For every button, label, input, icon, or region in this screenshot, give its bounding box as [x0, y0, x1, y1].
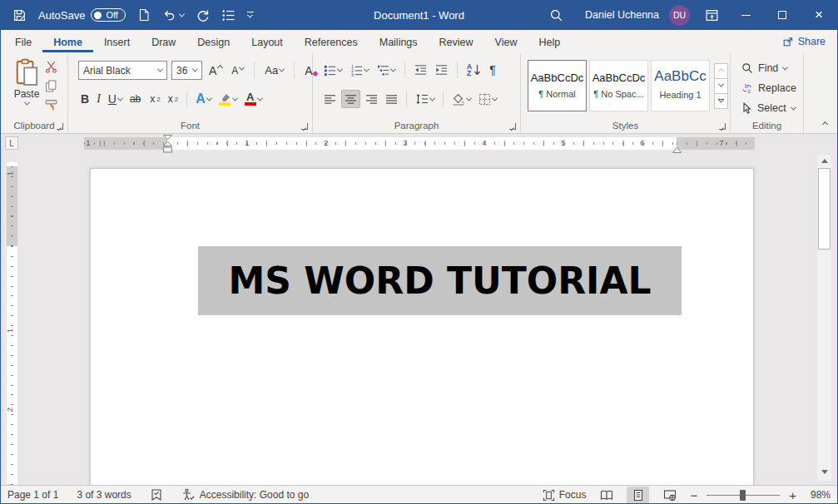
focus-icon	[543, 489, 555, 502]
underline-button[interactable]: U	[106, 90, 125, 108]
proofing-icon[interactable]	[150, 488, 163, 502]
styles-scroll-up-button[interactable]	[714, 63, 728, 79]
tab-design[interactable]: Design	[186, 32, 240, 52]
copy-icon[interactable]	[45, 80, 57, 92]
bullet-list-icon[interactable]	[221, 9, 236, 22]
scroll-up-button[interactable]	[817, 155, 831, 167]
increase-indent-button[interactable]	[433, 61, 450, 79]
highlight-button[interactable]	[216, 90, 240, 108]
web-layout-button[interactable]	[658, 487, 681, 504]
font-dialog-launcher[interactable]	[301, 123, 308, 130]
style-no-spacing[interactable]: AaBbCcDc ¶ No Spac...	[589, 60, 648, 111]
font-name-input[interactable]: Arial Black	[78, 61, 167, 80]
document-text[interactable]: MS WORD TUTORIAL	[229, 259, 652, 302]
autosave-toggle[interactable]: Off	[91, 8, 125, 22]
ruler-number: 7	[719, 138, 723, 147]
bullets-button[interactable]	[321, 61, 345, 79]
customize-quick-access-icon[interactable]	[247, 12, 254, 18]
italic-button[interactable]: I	[94, 90, 103, 108]
subscript-button[interactable]: ​x2	[146, 90, 162, 108]
divider	[457, 62, 458, 78]
sort-button[interactable]: AZ	[464, 61, 483, 79]
vertical-ruler[interactable]: 1 1 2 3	[7, 162, 17, 485]
style-normal[interactable]: AaBbCcDc ¶ Normal	[528, 60, 587, 111]
user-name[interactable]: Daniel Uchenna	[585, 9, 659, 21]
find-button[interactable]: Find	[741, 59, 787, 77]
change-case-button[interactable]: Aa	[262, 62, 286, 80]
paste-button[interactable]: Paste	[7, 58, 46, 116]
minimize-button[interactable]	[727, 0, 764, 30]
close-button[interactable]: ×	[801, 0, 837, 30]
document-page[interactable]: MS WORD TUTORIAL	[90, 168, 754, 485]
decrease-indent-button[interactable]	[412, 61, 429, 79]
scrollbar-thumb[interactable]	[818, 168, 831, 250]
clipboard-dialog-launcher[interactable]	[57, 123, 63, 130]
cut-icon[interactable]	[45, 61, 57, 73]
accessibility-status[interactable]: Accessibility: Good to go	[181, 488, 309, 502]
align-center-button[interactable]	[341, 90, 360, 108]
tab-insert[interactable]: Insert	[93, 32, 141, 52]
horizontal-ruler[interactable]: 1 1 2 3 4 5 6 7	[84, 137, 755, 150]
tab-file[interactable]: File	[4, 32, 42, 52]
tab-selector[interactable]: L	[5, 136, 18, 150]
undo-button[interactable]	[162, 8, 184, 22]
text-effects-button[interactable]: A	[193, 90, 214, 108]
zoom-in-button[interactable]: +	[789, 488, 796, 502]
scroll-down-button[interactable]	[817, 466, 831, 478]
share-button[interactable]: Share	[782, 36, 826, 47]
align-left-button[interactable]	[321, 90, 339, 108]
tab-draw[interactable]: Draw	[141, 32, 186, 52]
zoom-slider[interactable]	[707, 489, 780, 501]
new-document-icon[interactable]	[137, 8, 151, 22]
grow-font-button[interactable]: A	[206, 62, 225, 80]
zoom-slider-thumb[interactable]	[740, 490, 746, 501]
styles-dialog-launcher[interactable]	[719, 123, 726, 130]
page-indicator[interactable]: Page 1 of 1	[7, 489, 58, 501]
line-spacing-button[interactable]	[413, 90, 437, 108]
shrink-font-button[interactable]: A	[229, 62, 246, 80]
zoom-level[interactable]: 98%	[811, 489, 831, 501]
superscript-button[interactable]: x2	[166, 90, 181, 108]
numbering-button[interactable]: 123	[348, 61, 371, 79]
search-icon[interactable]	[549, 8, 563, 22]
bold-button[interactable]: B	[78, 90, 92, 108]
styles-scroll-down-button[interactable]	[714, 78, 728, 94]
redo-button[interactable]	[196, 8, 210, 22]
font-color-button[interactable]: A	[242, 90, 265, 108]
multilevel-list-button[interactable]	[374, 61, 398, 79]
select-button[interactable]: Select	[741, 99, 796, 117]
tab-references[interactable]: References	[294, 32, 369, 52]
zoom-out-button[interactable]: −	[690, 488, 697, 502]
selected-text-highlight[interactable]: MS WORD TUTORIAL	[198, 246, 682, 315]
tab-home[interactable]: Home	[42, 32, 93, 52]
borders-button[interactable]	[476, 90, 499, 108]
tab-mailings[interactable]: Mailings	[369, 32, 429, 52]
divider	[406, 91, 407, 107]
collapse-ribbon-icon[interactable]	[822, 121, 828, 127]
paragraph-dialog-launcher[interactable]	[509, 123, 516, 130]
tab-layout[interactable]: Layout	[240, 32, 294, 52]
avatar[interactable]: DU	[669, 5, 690, 26]
print-layout-button[interactable]	[627, 487, 649, 504]
read-mode-button[interactable]	[595, 487, 617, 504]
autosave-control[interactable]: AutoSave Off	[38, 8, 126, 22]
styles-more-button[interactable]	[714, 93, 728, 109]
tab-help[interactable]: Help	[528, 32, 571, 52]
align-right-button[interactable]	[363, 90, 380, 108]
strikethrough-button[interactable]: ab	[127, 90, 143, 108]
vertical-scrollbar[interactable]	[817, 155, 831, 481]
word-count[interactable]: 3 of 3 words	[77, 489, 131, 501]
style-heading1[interactable]: AaBbCc Heading 1	[651, 60, 710, 111]
justify-button[interactable]	[383, 90, 400, 108]
save-icon[interactable]	[12, 8, 27, 22]
format-painter-icon[interactable]	[45, 99, 57, 111]
font-size-input[interactable]: 36	[171, 61, 202, 80]
ribbon-display-options-icon[interactable]	[705, 8, 719, 22]
show-hide-pilcrow-button[interactable]: ¶	[487, 61, 498, 79]
replace-button[interactable]: bc Replace	[741, 79, 796, 97]
tab-review[interactable]: Review	[429, 32, 484, 52]
focus-button[interactable]: Focus	[543, 489, 587, 502]
shading-button[interactable]	[449, 90, 474, 108]
tab-view[interactable]: View	[484, 32, 528, 52]
maximize-button[interactable]	[764, 0, 801, 30]
